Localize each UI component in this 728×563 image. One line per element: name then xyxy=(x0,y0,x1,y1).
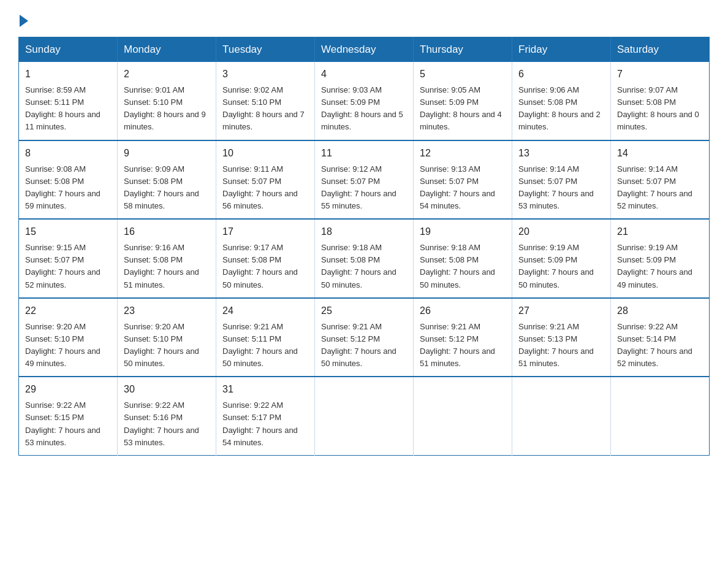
day-info: Sunrise: 9:18 AMSunset: 5:08 PMDaylight:… xyxy=(420,242,506,291)
day-info: Sunrise: 9:22 AMSunset: 5:17 PMDaylight:… xyxy=(222,399,308,449)
calendar-day-19: 19Sunrise: 9:18 AMSunset: 5:08 PMDayligh… xyxy=(414,219,512,298)
day-number: 26 xyxy=(420,304,506,318)
calendar-day-3: 3Sunrise: 9:02 AMSunset: 5:10 PMDaylight… xyxy=(216,62,315,140)
calendar-day-31: 31Sunrise: 9:22 AMSunset: 5:17 PMDayligh… xyxy=(216,377,315,455)
day-number: 21 xyxy=(617,224,703,239)
day-number: 17 xyxy=(222,224,308,239)
calendar-day-20: 20Sunrise: 9:19 AMSunset: 5:09 PMDayligh… xyxy=(512,219,611,298)
calendar-day-28: 28Sunrise: 9:22 AMSunset: 5:14 PMDayligh… xyxy=(611,298,710,377)
day-info: Sunrise: 9:03 AMSunset: 5:09 PMDaylight:… xyxy=(321,84,407,134)
calendar-empty-cell xyxy=(315,377,414,455)
day-info: Sunrise: 9:12 AMSunset: 5:07 PMDaylight:… xyxy=(321,163,407,213)
day-info: Sunrise: 9:19 AMSunset: 5:09 PMDaylight:… xyxy=(518,242,604,291)
day-number: 27 xyxy=(518,304,604,318)
calendar-day-4: 4Sunrise: 9:03 AMSunset: 5:09 PMDaylight… xyxy=(315,62,414,140)
day-info: Sunrise: 9:20 AMSunset: 5:10 PMDaylight:… xyxy=(25,321,111,370)
day-info: Sunrise: 9:14 AMSunset: 5:07 PMDaylight:… xyxy=(518,163,604,213)
calendar-day-23: 23Sunrise: 9:20 AMSunset: 5:10 PMDayligh… xyxy=(118,298,216,377)
logo-arrow-icon xyxy=(20,15,28,27)
day-info: Sunrise: 8:59 AMSunset: 5:11 PMDaylight:… xyxy=(25,84,111,134)
calendar-week-5: 29Sunrise: 9:22 AMSunset: 5:15 PMDayligh… xyxy=(19,377,710,455)
day-info: Sunrise: 9:11 AMSunset: 5:07 PMDaylight:… xyxy=(222,163,308,213)
day-number: 2 xyxy=(124,67,210,82)
header-tuesday: Tuesday xyxy=(216,37,315,63)
day-info: Sunrise: 9:17 AMSunset: 5:08 PMDaylight:… xyxy=(222,242,308,291)
day-info: Sunrise: 9:21 AMSunset: 5:11 PMDaylight:… xyxy=(222,321,308,370)
day-info: Sunrise: 9:15 AMSunset: 5:07 PMDaylight:… xyxy=(25,242,111,291)
day-number: 20 xyxy=(518,224,604,239)
header-friday: Friday xyxy=(512,37,611,63)
calendar-day-25: 25Sunrise: 9:21 AMSunset: 5:12 PMDayligh… xyxy=(315,298,414,377)
day-info: Sunrise: 9:08 AMSunset: 5:08 PMDaylight:… xyxy=(25,163,111,213)
day-number: 18 xyxy=(321,224,407,239)
day-info: Sunrise: 9:01 AMSunset: 5:10 PMDaylight:… xyxy=(124,84,210,134)
calendar-day-16: 16Sunrise: 9:16 AMSunset: 5:08 PMDayligh… xyxy=(118,219,216,298)
day-number: 7 xyxy=(617,67,703,82)
day-info: Sunrise: 9:18 AMSunset: 5:08 PMDaylight:… xyxy=(321,242,407,291)
calendar-week-1: 1Sunrise: 8:59 AMSunset: 5:11 PMDaylight… xyxy=(19,62,710,140)
day-number: 31 xyxy=(222,382,308,397)
page-header xyxy=(18,12,710,25)
day-info: Sunrise: 9:07 AMSunset: 5:08 PMDaylight:… xyxy=(617,84,703,134)
day-info: Sunrise: 9:02 AMSunset: 5:10 PMDaylight:… xyxy=(222,84,308,134)
header-sunday: Sunday xyxy=(19,37,118,63)
header-wednesday: Wednesday xyxy=(315,37,414,63)
day-number: 16 xyxy=(124,224,210,239)
day-info: Sunrise: 9:14 AMSunset: 5:07 PMDaylight:… xyxy=(617,163,703,213)
calendar-day-7: 7Sunrise: 9:07 AMSunset: 5:08 PMDaylight… xyxy=(611,62,710,140)
day-number: 1 xyxy=(25,67,111,82)
calendar-day-24: 24Sunrise: 9:21 AMSunset: 5:11 PMDayligh… xyxy=(216,298,315,377)
day-info: Sunrise: 9:22 AMSunset: 5:15 PMDaylight:… xyxy=(25,399,111,449)
day-number: 10 xyxy=(222,146,308,161)
calendar-day-6: 6Sunrise: 9:06 AMSunset: 5:08 PMDaylight… xyxy=(512,62,611,140)
calendar-day-15: 15Sunrise: 9:15 AMSunset: 5:07 PMDayligh… xyxy=(19,219,118,298)
calendar-day-21: 21Sunrise: 9:19 AMSunset: 5:09 PMDayligh… xyxy=(611,219,710,298)
day-info: Sunrise: 9:09 AMSunset: 5:08 PMDaylight:… xyxy=(124,163,210,213)
day-info: Sunrise: 9:22 AMSunset: 5:14 PMDaylight:… xyxy=(617,321,703,370)
calendar-day-30: 30Sunrise: 9:22 AMSunset: 5:16 PMDayligh… xyxy=(118,377,216,455)
calendar-day-27: 27Sunrise: 9:21 AMSunset: 5:13 PMDayligh… xyxy=(512,298,611,377)
calendar-day-13: 13Sunrise: 9:14 AMSunset: 5:07 PMDayligh… xyxy=(512,140,611,220)
day-info: Sunrise: 9:13 AMSunset: 5:07 PMDaylight:… xyxy=(420,163,506,213)
header-thursday: Thursday xyxy=(414,37,512,63)
day-number: 3 xyxy=(222,67,308,82)
day-number: 9 xyxy=(124,146,210,161)
day-number: 4 xyxy=(321,67,407,82)
logo xyxy=(18,12,28,25)
calendar-day-10: 10Sunrise: 9:11 AMSunset: 5:07 PMDayligh… xyxy=(216,140,315,220)
day-number: 6 xyxy=(518,67,604,82)
calendar-day-12: 12Sunrise: 9:13 AMSunset: 5:07 PMDayligh… xyxy=(414,140,512,220)
calendar-header-row: SundayMondayTuesdayWednesdayThursdayFrid… xyxy=(19,37,710,63)
day-number: 22 xyxy=(25,304,111,318)
calendar-empty-cell xyxy=(512,377,611,455)
day-number: 12 xyxy=(420,146,506,161)
calendar-day-18: 18Sunrise: 9:18 AMSunset: 5:08 PMDayligh… xyxy=(315,219,414,298)
day-info: Sunrise: 9:22 AMSunset: 5:16 PMDaylight:… xyxy=(124,399,210,449)
calendar-week-3: 15Sunrise: 9:15 AMSunset: 5:07 PMDayligh… xyxy=(19,219,710,298)
day-number: 23 xyxy=(124,304,210,318)
day-info: Sunrise: 9:21 AMSunset: 5:13 PMDaylight:… xyxy=(518,321,604,370)
day-info: Sunrise: 9:19 AMSunset: 5:09 PMDaylight:… xyxy=(617,242,703,291)
calendar-table: SundayMondayTuesdayWednesdayThursdayFrid… xyxy=(18,37,710,456)
day-number: 8 xyxy=(25,146,111,161)
calendar-day-17: 17Sunrise: 9:17 AMSunset: 5:08 PMDayligh… xyxy=(216,219,315,298)
calendar-day-11: 11Sunrise: 9:12 AMSunset: 5:07 PMDayligh… xyxy=(315,140,414,220)
calendar-empty-cell xyxy=(611,377,710,455)
calendar-day-29: 29Sunrise: 9:22 AMSunset: 5:15 PMDayligh… xyxy=(19,377,118,455)
calendar-empty-cell xyxy=(414,377,512,455)
calendar-day-9: 9Sunrise: 9:09 AMSunset: 5:08 PMDaylight… xyxy=(118,140,216,220)
day-number: 14 xyxy=(617,146,703,161)
calendar-day-8: 8Sunrise: 9:08 AMSunset: 5:08 PMDaylight… xyxy=(19,140,118,220)
calendar-week-2: 8Sunrise: 9:08 AMSunset: 5:08 PMDaylight… xyxy=(19,140,710,220)
day-info: Sunrise: 9:21 AMSunset: 5:12 PMDaylight:… xyxy=(321,321,407,370)
calendar-week-4: 22Sunrise: 9:20 AMSunset: 5:10 PMDayligh… xyxy=(19,298,710,377)
day-number: 29 xyxy=(25,382,111,397)
day-info: Sunrise: 9:20 AMSunset: 5:10 PMDaylight:… xyxy=(124,321,210,370)
header-saturday: Saturday xyxy=(611,37,710,63)
day-info: Sunrise: 9:06 AMSunset: 5:08 PMDaylight:… xyxy=(518,84,604,134)
day-info: Sunrise: 9:05 AMSunset: 5:09 PMDaylight:… xyxy=(420,84,506,134)
day-number: 11 xyxy=(321,146,407,161)
calendar-day-22: 22Sunrise: 9:20 AMSunset: 5:10 PMDayligh… xyxy=(19,298,118,377)
day-number: 15 xyxy=(25,224,111,239)
day-info: Sunrise: 9:21 AMSunset: 5:12 PMDaylight:… xyxy=(420,321,506,370)
